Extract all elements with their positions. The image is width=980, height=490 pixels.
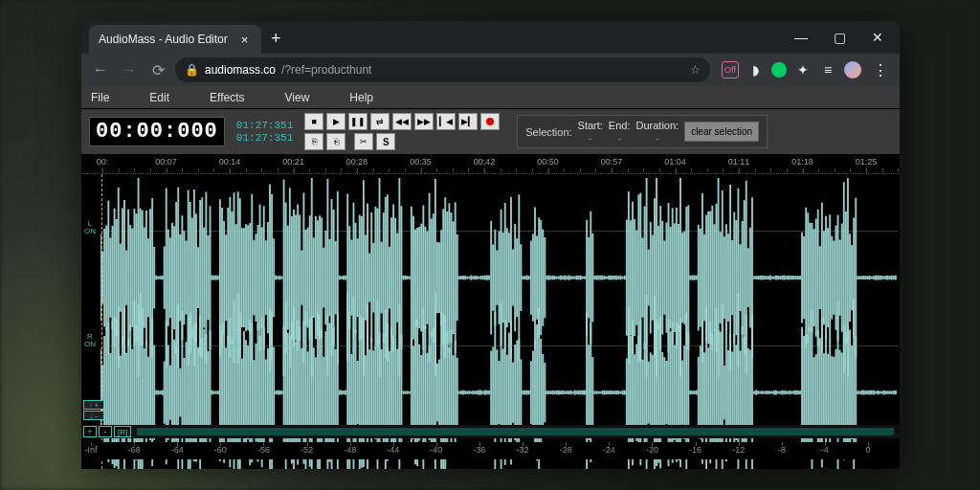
sel-start-lbl: Start:: [578, 120, 603, 131]
zoom-in-button[interactable]: +: [83, 426, 97, 437]
tab-title: AudioMass - Audio Editor: [99, 33, 228, 46]
menu-file[interactable]: File: [91, 91, 109, 104]
zoom-strip: + - [R]: [81, 425, 900, 438]
ruler-tick: 00:50: [537, 157, 559, 167]
loop-button[interactable]: ⇄: [370, 113, 390, 130]
profile-avatar[interactable]: [844, 61, 861, 78]
browser-window: AudioMass - Audio Editor × + — ▢ ✕ ← → ⟳…: [81, 21, 900, 469]
menu-help[interactable]: Help: [349, 91, 373, 104]
snap-button[interactable]: S: [376, 133, 395, 150]
address-bar: ← → ⟳ 🔒 audiomass.co/?ref=producthunt ☆ …: [81, 54, 900, 86]
gain-down-button[interactable]: ↓ -: [83, 411, 104, 420]
star-icon[interactable]: ☆: [690, 63, 701, 77]
db-tick: -16: [689, 445, 702, 455]
ruler-tick: 01:04: [664, 157, 686, 167]
new-tab-button[interactable]: +: [271, 29, 281, 49]
audiomass-app: File Edit Effects View Help 00:00:000 01…: [81, 86, 900, 469]
time-totals: 01:27:351 01:27:351: [236, 120, 293, 144]
ext-grammarly-icon[interactable]: [771, 62, 787, 78]
paste-button[interactable]: ⎗: [326, 133, 345, 150]
play-button[interactable]: ▶: [326, 113, 345, 130]
sel-start-val: -: [589, 133, 591, 144]
time-total-2: 01:27:351: [236, 132, 293, 144]
db-tick: -Inf: [84, 445, 97, 455]
skip-back-button[interactable]: ◀◀: [392, 113, 412, 130]
pause-button[interactable]: ❚❚: [348, 113, 368, 130]
ruler-tick: 00:14: [219, 157, 241, 167]
toolbar: 00:00:000 01:27:351 01:27:351 ■ ▶ ❚❚ ⇄ ◀…: [81, 109, 900, 155]
db-tick: -64: [171, 445, 184, 455]
db-tick: -68: [128, 445, 141, 455]
db-tick: -8: [778, 445, 786, 455]
browser-tab[interactable]: AudioMass - Audio Editor ×: [89, 25, 261, 54]
ext-equals-icon[interactable]: ≡: [819, 61, 836, 78]
url-path: /?ref=producthunt: [281, 63, 371, 77]
db-tick: -28: [560, 445, 572, 455]
zoom-out-button[interactable]: -: [99, 426, 112, 437]
time-ruler[interactable]: 00:00:0700:1400:2100:2800:3500:4200:5000…: [81, 155, 900, 174]
sel-end-val: -: [618, 133, 621, 144]
db-tick: -12: [732, 445, 745, 455]
ruler-tick: 00:28: [346, 157, 368, 167]
close-window-icon[interactable]: ✕: [859, 24, 896, 51]
gain-up-button[interactable]: ↑ +: [83, 400, 104, 410]
ext-tag-icon[interactable]: ◗: [746, 61, 764, 78]
db-tick: -40: [430, 445, 442, 455]
url-box[interactable]: 🔒 audiomass.co/?ref=producthunt ☆: [175, 57, 710, 82]
next-button[interactable]: ▶▎: [458, 113, 478, 130]
prev-button[interactable]: ▎◀: [436, 113, 456, 130]
db-tick: -52: [301, 445, 313, 455]
sel-end-lbl: End:: [609, 120, 631, 131]
db-tick: -48: [344, 445, 356, 455]
menubar: File Edit Effects View Help: [81, 86, 900, 109]
db-tick: -20: [646, 445, 658, 455]
stop-button[interactable]: ■: [304, 113, 323, 130]
ruler-tick: 00:35: [410, 157, 432, 167]
extensions: Off ◗ ✦ ≡ ⋮: [722, 61, 892, 79]
menu-view[interactable]: View: [285, 91, 310, 104]
close-tab-icon[interactable]: ×: [241, 33, 249, 47]
forward-icon[interactable]: →: [118, 58, 141, 81]
zoom-reset-button[interactable]: [R]: [114, 426, 131, 437]
waveform-right[interactable]: [100, 293, 898, 398]
zoom-scrollbar[interactable]: [137, 428, 894, 435]
selection-box: Selection: Start:- End:- Duration:- clea…: [517, 115, 768, 148]
sel-dur-lbl: Duration:: [636, 120, 679, 131]
clear-selection-button[interactable]: clear selection: [684, 122, 759, 142]
db-tick: -56: [257, 445, 270, 455]
titlebar: AudioMass - Audio Editor × + — ▢ ✕: [81, 21, 900, 54]
channel-right-label[interactable]: R ON: [83, 333, 97, 348]
lock-icon: 🔒: [185, 63, 199, 77]
extensions-icon[interactable]: ✦: [794, 61, 812, 78]
menu-effects[interactable]: Effects: [210, 91, 244, 104]
cut-button[interactable]: ✂: [354, 133, 373, 150]
maximize-icon[interactable]: ▢: [821, 24, 858, 51]
kebab-icon[interactable]: ⋮: [869, 61, 892, 79]
ruler-tick: 00:: [97, 157, 109, 167]
reload-icon[interactable]: ⟳: [146, 58, 169, 81]
waveform-area[interactable]: L ON R ON ↑ + ↓ - + - [R] -Inf-68-64-60-…: [81, 174, 900, 469]
db-tick: 0: [865, 445, 870, 455]
sel-dur-val: -: [656, 133, 658, 144]
record-button[interactable]: [480, 113, 500, 130]
db-tick: -36: [473, 445, 485, 455]
channel-gain-controls: ↑ + ↓ -: [83, 400, 104, 420]
ruler-tick: 00:07: [155, 157, 177, 167]
ext-off-icon[interactable]: Off: [722, 61, 739, 78]
ruler-tick: 00:42: [474, 157, 496, 167]
skip-fwd-button[interactable]: ▶▶: [414, 113, 434, 130]
back-icon[interactable]: ←: [89, 58, 112, 81]
channel-left-label[interactable]: L ON: [83, 220, 97, 235]
time-total-1: 01:27:351: [236, 120, 293, 131]
minimize-icon[interactable]: —: [783, 24, 819, 51]
db-tick: -24: [603, 445, 615, 455]
ruler-tick: 00:21: [282, 157, 304, 167]
menu-edit[interactable]: Edit: [149, 91, 169, 104]
url-host: audiomass.co: [205, 63, 276, 77]
ruler-tick: 01:25: [856, 157, 878, 167]
waveform-left[interactable]: [100, 178, 898, 283]
db-tick: -60: [214, 445, 227, 455]
copy-button[interactable]: ⎘: [304, 133, 323, 150]
selection-label: Selection:: [525, 126, 571, 138]
db-tick: -32: [517, 445, 529, 455]
